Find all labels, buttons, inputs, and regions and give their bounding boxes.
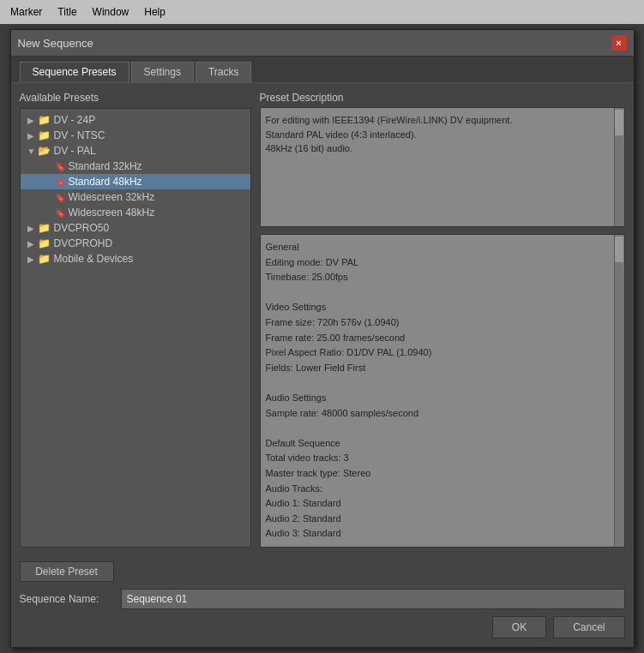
new-sequence-dialog: New Sequence × Sequence Presets Settings…	[10, 29, 635, 648]
tree-item-dvpal[interactable]: ▼ 📂 DV - PAL	[21, 143, 250, 159]
tree-item-dvcpro50[interactable]: ▶ 📁 DVCPRO50	[21, 220, 250, 236]
scrollbar-thumb[interactable]	[615, 110, 623, 135]
left-panel: Available Presets ▶ 📁 DV - 24P ▶ 📁	[20, 92, 251, 548]
desc-content: For editing with IEEE1394 (FireWire/i.LI…	[266, 113, 619, 156]
arrow-icon: ▶	[27, 239, 38, 249]
tree-label: Standard 48kHz	[69, 176, 142, 188]
tree-label: Mobile & Devices	[54, 253, 134, 265]
ok-button[interactable]: OK	[492, 616, 546, 638]
tree-item-wide48[interactable]: 🔖 Widescreen 48kHz	[21, 205, 250, 220]
available-presets-title: Available Presets	[20, 92, 251, 104]
scrollbar-thumb2[interactable]	[615, 237, 623, 262]
arrow-icon: ▶	[27, 224, 38, 233]
details-content: General Editing mode: DV PAL Timebase: 2…	[266, 240, 619, 542]
menu-marker[interactable]: Marker	[3, 4, 49, 20]
tree-label: Standard 32kHz	[69, 160, 142, 172]
sequence-name-label: Sequence Name:	[20, 593, 114, 605]
arrow-icon: ▶	[27, 255, 38, 264]
tree-item-dv24p[interactable]: ▶ 📁 DV - 24P	[21, 112, 250, 128]
tree-item-wide32[interactable]: 🔖 Widescreen 32kHz	[21, 189, 250, 205]
menubar: Marker Title Window Help	[0, 0, 644, 24]
folder-icon: 📁	[38, 129, 51, 141]
tree-label: DV - NTSC	[54, 129, 105, 141]
file-icon: 🔖	[55, 208, 65, 218]
folder-icon: 📁	[38, 222, 51, 234]
preset-description-text: For editing with IEEE1394 (FireWire/i.LI…	[260, 107, 625, 227]
tree-label: Widescreen 32kHz	[69, 191, 155, 203]
tree-label: DV - PAL	[54, 145, 96, 157]
tree-item-dvntsc[interactable]: ▶ 📁 DV - NTSC	[21, 128, 250, 143]
arrow-icon: ▶	[27, 131, 38, 141]
dialog-buttons: OK Cancel	[20, 616, 625, 638]
tree-item-std32[interactable]: 🔖 Standard 32kHz	[21, 159, 250, 174]
tab-tracks[interactable]: Tracks	[196, 62, 252, 82]
dialog-title: New Sequence	[18, 37, 93, 50]
tab-settings[interactable]: Settings	[131, 62, 194, 82]
file-icon: 🔖	[55, 162, 65, 171]
dialog-footer: Delete Preset Sequence Name: OK Cancel	[11, 556, 634, 647]
presets-tree[interactable]: ▶ 📁 DV - 24P ▶ 📁 DV - NTSC ▼	[20, 108, 251, 548]
folder-icon: 📂	[38, 145, 51, 157]
file-icon: 🔖	[55, 193, 65, 202]
tree-label: DV - 24P	[54, 114, 96, 126]
preset-description-section: Preset Description For editing with IEEE…	[260, 92, 625, 227]
tree-item-mobile[interactable]: ▶ 📁 Mobile & Devices	[21, 251, 250, 267]
right-panel: Preset Description For editing with IEEE…	[260, 92, 625, 548]
scrollbar[interactable]	[614, 108, 624, 226]
file-icon: 🔖	[55, 177, 65, 187]
folder-icon: 📁	[38, 253, 51, 265]
folder-icon: 📁	[38, 237, 51, 249]
cancel-button[interactable]: Cancel	[553, 616, 624, 638]
menu-title[interactable]: Title	[51, 4, 83, 20]
preset-details-section: General Editing mode: DV PAL Timebase: 2…	[260, 234, 625, 548]
arrow-icon: ▶	[27, 116, 38, 125]
menu-help[interactable]: Help	[137, 4, 172, 20]
sequence-name-row: Sequence Name:	[20, 589, 625, 609]
delete-preset-row: Delete Preset	[20, 561, 625, 582]
tree-item-std48[interactable]: 🔖 Standard 48kHz	[21, 174, 250, 189]
tree-label: DVCPROHD	[54, 237, 113, 249]
tree-label: DVCPRO50	[54, 222, 110, 234]
tab-sequence-presets[interactable]: Sequence Presets	[20, 62, 129, 82]
sequence-name-input[interactable]	[121, 589, 625, 609]
dialog-tabs: Sequence Presets Settings Tracks	[11, 57, 634, 83]
menu-window[interactable]: Window	[86, 4, 136, 20]
preset-description-title: Preset Description	[260, 92, 625, 104]
scrollbar2[interactable]	[614, 235, 624, 547]
dialog-overlay: New Sequence × Sequence Presets Settings…	[0, 24, 644, 653]
tree-label: Widescreen 48kHz	[69, 207, 155, 219]
folder-icon: 📁	[38, 114, 51, 126]
dialog-body: Available Presets ▶ 📁 DV - 24P ▶ 📁	[11, 83, 634, 556]
delete-preset-button[interactable]: Delete Preset	[20, 561, 114, 582]
dialog-close-button[interactable]: ×	[611, 35, 627, 51]
preset-details-text: General Editing mode: DV PAL Timebase: 2…	[260, 234, 625, 548]
tree-item-dvcprohd[interactable]: ▶ 📁 DVCPROHD	[21, 236, 250, 251]
dialog-titlebar: New Sequence ×	[11, 30, 634, 57]
arrow-icon: ▼	[27, 147, 38, 156]
